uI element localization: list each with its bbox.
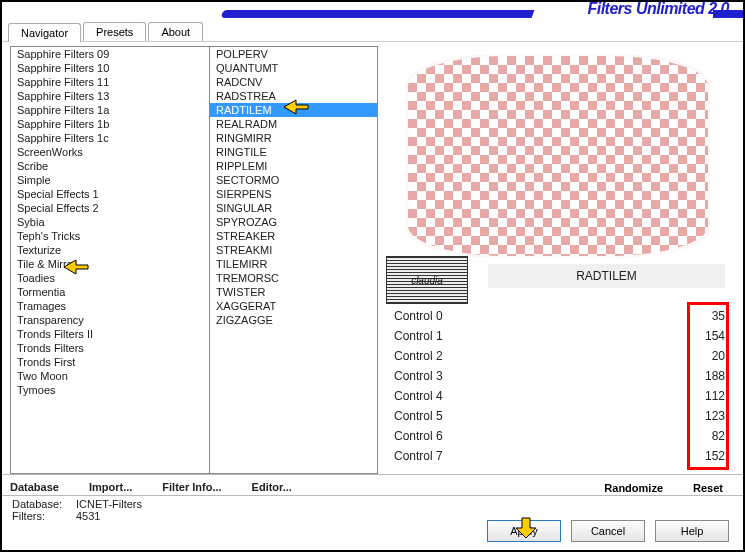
category-item[interactable]: Sapphire Filters 1c [11, 131, 209, 145]
category-item[interactable]: Tronds Filters [11, 341, 209, 355]
filter-item[interactable]: STREAKMI [210, 243, 377, 257]
filter-item[interactable]: RADCNV [210, 75, 377, 89]
filter-item[interactable]: STREAKER [210, 229, 377, 243]
filter-item[interactable]: POLPERV [210, 47, 377, 61]
category-item[interactable]: Teph's Tricks [11, 229, 209, 243]
control-value: 82 [685, 429, 725, 443]
category-item[interactable]: Special Effects 2 [11, 201, 209, 215]
control-value: 188 [685, 369, 725, 383]
category-item[interactable]: Tronds First [11, 355, 209, 369]
filter-item[interactable]: ZIGZAGGE [210, 313, 377, 327]
tab-bar: NavigatorPresetsAbout [2, 22, 743, 42]
button-row: Apply Cancel Help [487, 520, 729, 542]
controls-panel: Control 035Control 1154Control 220Contro… [394, 306, 725, 466]
status-filters-value: 4531 [76, 510, 100, 522]
filter-item[interactable]: TWISTER [210, 285, 377, 299]
category-item[interactable]: Tile & Mirror [11, 257, 209, 271]
category-item[interactable]: Tronds Filters II [11, 327, 209, 341]
status-filters-label: Filters: [12, 510, 70, 522]
cancel-button[interactable]: Cancel [571, 520, 645, 542]
category-item[interactable]: Texturize [11, 243, 209, 257]
control-label: Control 0 [394, 309, 443, 323]
import-link[interactable]: Import... [89, 481, 132, 493]
control-label: Control 3 [394, 369, 443, 383]
filter-info-link[interactable]: Filter Info... [162, 481, 221, 493]
reset-link[interactable]: Reset [693, 482, 723, 494]
right-pane: claudia RADTILEM Control 035Control 1154… [378, 46, 735, 474]
control-row[interactable]: Control 7152 [394, 446, 725, 466]
database-link[interactable]: Database [10, 481, 59, 493]
category-item[interactable]: Sapphire Filters 13 [11, 89, 209, 103]
control-value: 35 [685, 309, 725, 323]
category-item[interactable]: Tramages [11, 299, 209, 313]
category-item[interactable]: Sapphire Filters 10 [11, 61, 209, 75]
filter-item[interactable]: TREMORSC [210, 271, 377, 285]
title-stripe [221, 10, 535, 18]
filter-item[interactable]: REALRADM [210, 117, 377, 131]
filter-item[interactable]: XAGGERAT [210, 299, 377, 313]
category-item[interactable]: ScreenWorks [11, 145, 209, 159]
editor-link[interactable]: Editor... [252, 481, 292, 493]
filter-item[interactable]: RADSTREA [210, 89, 377, 103]
filter-item[interactable]: SIERPENS [210, 187, 377, 201]
control-label: Control 4 [394, 389, 443, 403]
randomize-link[interactable]: Randomize [604, 482, 663, 494]
category-item[interactable]: Tormentia [11, 285, 209, 299]
control-value: 123 [685, 409, 725, 423]
category-item[interactable]: Sapphire Filters 11 [11, 75, 209, 89]
control-value: 152 [685, 449, 725, 463]
filter-item[interactable]: RINGTILE [210, 145, 377, 159]
control-row[interactable]: Control 1154 [394, 326, 725, 346]
tab-navigator[interactable]: Navigator [8, 23, 81, 42]
category-item[interactable]: Special Effects 1 [11, 187, 209, 201]
help-button[interactable]: Help [655, 520, 729, 542]
category-item[interactable]: Toadies [11, 271, 209, 285]
category-item[interactable]: Sapphire Filters 1b [11, 117, 209, 131]
filter-item[interactable]: SECTORMO [210, 173, 377, 187]
filter-item[interactable]: RADTILEM [210, 103, 377, 117]
category-item[interactable]: Simple [11, 173, 209, 187]
category-list[interactable]: Sapphire Filters 09Sapphire Filters 10Sa… [10, 46, 210, 474]
control-row[interactable]: Control 682 [394, 426, 725, 446]
control-value: 20 [685, 349, 725, 363]
category-item[interactable]: Two Moon [11, 369, 209, 383]
category-item[interactable]: Tymoes [11, 383, 209, 397]
filter-item[interactable]: RINGMIRR [210, 131, 377, 145]
filter-item[interactable]: SINGULAR [210, 201, 377, 215]
filter-item[interactable]: RIPPLEMI [210, 159, 377, 173]
apply-button[interactable]: Apply [487, 520, 561, 542]
control-row[interactable]: Control 3188 [394, 366, 725, 386]
control-value: 154 [685, 329, 725, 343]
status-db-label: Database: [12, 498, 70, 510]
filter-list[interactable]: POLPERVQUANTUMTRADCNVRADSTREARADTILEMREA… [210, 46, 378, 474]
status-db-value: ICNET-Filters [76, 498, 142, 510]
window-title: Filters Unlimited 2.0 [587, 0, 729, 18]
control-label: Control 6 [394, 429, 443, 443]
control-row[interactable]: Control 5123 [394, 406, 725, 426]
control-label: Control 2 [394, 349, 443, 363]
filter-item[interactable]: SPYROZAG [210, 215, 377, 229]
watermark: claudia [386, 256, 468, 304]
control-row[interactable]: Control 035 [394, 306, 725, 326]
category-item[interactable]: Sapphire Filters 1a [11, 103, 209, 117]
tab-about[interactable]: About [148, 22, 203, 41]
category-item[interactable]: Sapphire Filters 09 [11, 47, 209, 61]
filter-item[interactable]: QUANTUMT [210, 61, 377, 75]
control-label: Control 1 [394, 329, 443, 343]
category-item[interactable]: Transparency [11, 313, 209, 327]
control-value: 112 [685, 389, 725, 403]
filter-item[interactable]: TILEMIRR [210, 257, 377, 271]
category-item[interactable]: Sybia [11, 215, 209, 229]
control-label: Control 7 [394, 449, 443, 463]
control-row[interactable]: Control 220 [394, 346, 725, 366]
category-item[interactable]: Scribe [11, 159, 209, 173]
tab-presets[interactable]: Presets [83, 22, 146, 41]
filter-name-label: RADTILEM [488, 264, 725, 288]
preview-image [408, 56, 708, 256]
title-bar: Filters Unlimited 2.0 [2, 2, 743, 20]
control-row[interactable]: Control 4112 [394, 386, 725, 406]
control-label: Control 5 [394, 409, 443, 423]
